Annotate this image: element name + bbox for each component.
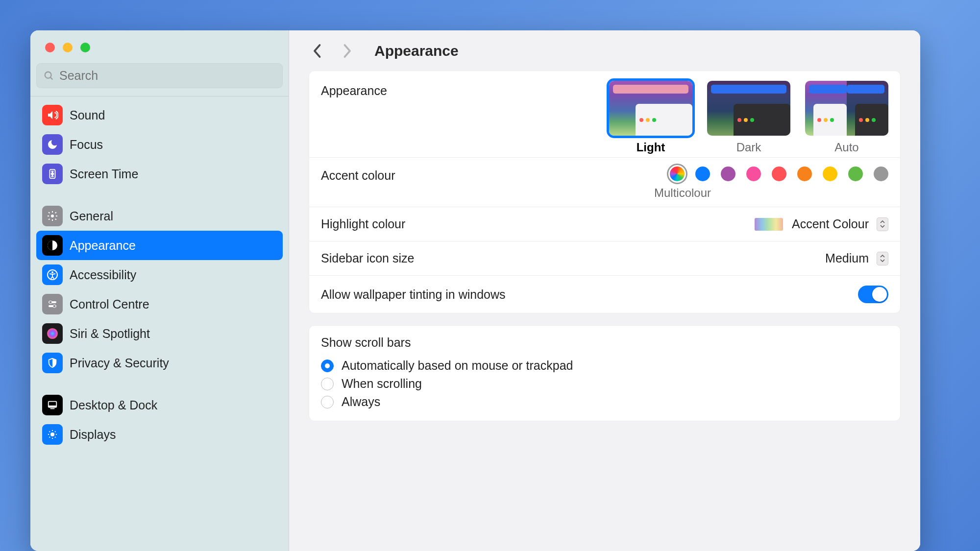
content-pane: Appearance Appearance LightDarkAuto Acce… (289, 30, 920, 551)
accent-colour-label: Accent colour (321, 167, 395, 183)
svg-rect-14 (50, 408, 54, 409)
appearance-mode-label: Appearance (321, 81, 609, 98)
accent-swatch-graphite[interactable] (874, 167, 888, 181)
scrollbar-option-always[interactable]: Always (321, 393, 888, 411)
svg-point-3 (51, 215, 54, 217)
svg-point-11 (47, 328, 58, 339)
accent-swatch-orange[interactable] (797, 167, 812, 181)
desktop-dock-icon (42, 395, 63, 415)
svg-line-1 (50, 77, 53, 79)
sidebar-item-sound[interactable]: Sound (36, 100, 283, 130)
wallpaper-tinting-toggle[interactable] (858, 286, 888, 303)
wallpaper-tinting-row: Allow wallpaper tinting in windows (309, 276, 900, 313)
appearance-icon (42, 235, 63, 256)
settings-window: SoundFocusScreen TimeGeneralAppearanceAc… (30, 30, 920, 551)
scrollbars-card: Show scroll bars Automatically based on … (309, 325, 901, 421)
sidebar-icon-size-label: Sidebar icon size (321, 251, 825, 265)
accent-swatch-multicolour[interactable] (670, 167, 685, 181)
radio-label: Automatically based on mouse or trackpad (342, 359, 573, 373)
nav-back-button[interactable] (309, 42, 326, 60)
displays-icon (42, 424, 63, 445)
sidebar-item-desktop-dock[interactable]: Desktop & Dock (36, 390, 283, 420)
sidebar-item-control-centre[interactable]: Control Centre (36, 289, 283, 319)
scrollbars-label: Show scroll bars (321, 335, 888, 350)
page-header: Appearance (289, 30, 920, 71)
highlight-colour-row: Highlight colour Accent Colour (309, 207, 900, 241)
accent-swatch-red[interactable] (772, 167, 786, 181)
svg-point-6 (51, 271, 53, 273)
accent-swatch-purple[interactable] (721, 167, 735, 181)
close-button[interactable] (45, 43, 55, 52)
sidebar-item-label: General (70, 209, 113, 223)
highlight-colour-value: Accent Colour (792, 217, 869, 231)
radio-button[interactable] (321, 378, 334, 390)
accessibility-icon (42, 264, 63, 285)
sidebar-item-label: Focus (70, 138, 103, 152)
sidebar-item-label: Control Centre (70, 297, 149, 311)
radio-button[interactable] (321, 359, 334, 372)
sidebar-item-focus[interactable]: Focus (36, 130, 283, 159)
sidebar-item-label: Accessibility (70, 268, 136, 282)
zoom-button[interactable] (80, 43, 90, 52)
accent-swatch-green[interactable] (848, 167, 863, 181)
sound-icon (42, 105, 63, 125)
wallpaper-tinting-label: Allow wallpaper tinting in windows (321, 287, 858, 302)
page-title: Appearance (374, 43, 459, 59)
sidebar-item-siri[interactable]: Siri & Spotlight (36, 319, 283, 348)
appearance-option-label: Auto (834, 141, 858, 154)
sidebar-list: SoundFocusScreen TimeGeneralAppearanceAc… (30, 96, 289, 449)
siri-icon (42, 323, 63, 344)
accent-selected-caption: Multicolour (654, 186, 711, 200)
sidebar-item-label: Desktop & Dock (70, 398, 157, 412)
sidebar-item-screen-time[interactable]: Screen Time (36, 159, 283, 189)
search-field[interactable] (36, 63, 283, 88)
svg-point-15 (50, 432, 54, 436)
radio-label: When scrolling (342, 377, 422, 391)
privacy-icon (42, 353, 63, 373)
radio-button[interactable] (321, 396, 334, 408)
sidebar-item-label: Displays (70, 428, 116, 442)
search-icon (44, 71, 54, 81)
appearance-option-label: Light (637, 141, 665, 154)
highlight-colour-select[interactable]: Accent Colour (755, 217, 888, 231)
sidebar-item-label: Siri & Spotlight (70, 327, 150, 341)
accent-swatch-blue[interactable] (695, 167, 710, 181)
appearance-card: Appearance LightDarkAuto Accent colour M… (309, 71, 901, 313)
appearance-option-light[interactable]: Light (609, 81, 692, 154)
sidebar-item-displays[interactable]: Displays (36, 420, 283, 449)
svg-rect-13 (49, 406, 57, 407)
highlight-colour-label: Highlight colour (321, 217, 755, 231)
nav-forward-button[interactable] (338, 42, 356, 60)
sidebar-item-accessibility[interactable]: Accessibility (36, 260, 283, 289)
accent-swatch-yellow[interactable] (823, 167, 837, 181)
sidebar-item-general[interactable]: General (36, 201, 283, 231)
svg-point-9 (49, 301, 52, 304)
control-centre-icon (42, 294, 63, 314)
appearance-option-auto[interactable]: Auto (805, 81, 888, 154)
scrollbar-option-auto[interactable]: Automatically based on mouse or trackpad (321, 357, 888, 375)
appearance-option-dark[interactable]: Dark (707, 81, 790, 154)
sidebar-icon-size-value: Medium (825, 251, 869, 265)
radio-label: Always (342, 395, 380, 409)
sidebar-item-label: Privacy & Security (70, 356, 169, 370)
sidebar-item-privacy[interactable]: Privacy & Security (36, 348, 283, 378)
sidebar-item-appearance[interactable]: Appearance (36, 231, 283, 260)
sidebar-icon-size-select[interactable]: Medium (825, 251, 888, 265)
svg-point-10 (53, 305, 56, 308)
sidebar-item-label: Sound (70, 108, 105, 122)
sidebar-item-label: Screen Time (70, 167, 138, 181)
screen-time-icon (42, 164, 63, 184)
focus-icon (42, 134, 63, 155)
sidebar-item-label: Appearance (70, 239, 136, 253)
stepper-icon (877, 217, 888, 231)
highlight-swatch (755, 218, 783, 231)
stepper-icon (877, 252, 888, 265)
appearance-mode-row: Appearance LightDarkAuto (309, 71, 900, 158)
general-icon (42, 206, 63, 226)
search-input[interactable] (59, 69, 275, 83)
accent-swatch-pink[interactable] (746, 167, 761, 181)
accent-colour-row: Accent colour Multicolour (309, 158, 900, 207)
scrollbar-option-when[interactable]: When scrolling (321, 375, 888, 393)
sidebar: SoundFocusScreen TimeGeneralAppearanceAc… (30, 30, 289, 551)
minimise-button[interactable] (63, 43, 73, 52)
